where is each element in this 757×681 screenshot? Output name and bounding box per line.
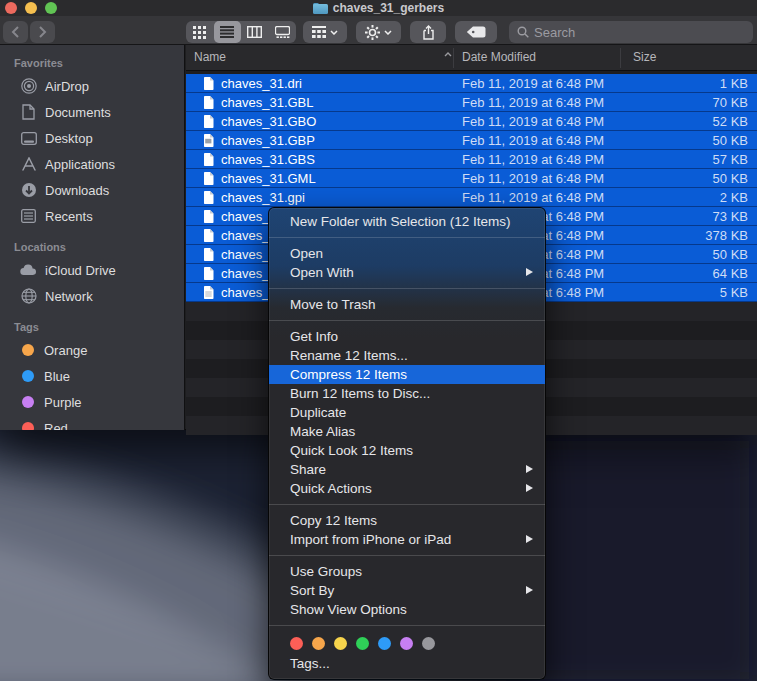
title-bar[interactable]: chaves_31_gerbers bbox=[0, 0, 757, 16]
table-row[interactable]: chaves_31.GBLFeb 11, 2019 at 6:48 PM70 K… bbox=[186, 93, 757, 112]
menu-item-quick-actions[interactable]: Quick Actions bbox=[269, 479, 545, 498]
tag-color-swatch[interactable] bbox=[378, 637, 391, 650]
menu-item-label: Show View Options bbox=[290, 602, 407, 617]
doc-image-icon bbox=[203, 134, 214, 147]
menu-item-import-from-iphone-or-ipad[interactable]: Import from iPhone or iPad bbox=[269, 530, 545, 549]
menu-item-duplicate[interactable]: Duplicate bbox=[269, 403, 545, 422]
list-view-icon bbox=[220, 26, 234, 38]
table-row[interactable]: chaves_31.gpiFeb 11, 2019 at 6:48 PM2 KB bbox=[186, 188, 757, 207]
file-size: 378 KB bbox=[705, 228, 748, 243]
menu-item-show-view-options[interactable]: Show View Options bbox=[269, 600, 545, 619]
menu-item-label: Use Groups bbox=[290, 564, 362, 579]
menu-item-label: Import from iPhone or iPad bbox=[290, 532, 451, 547]
doc-blank-icon bbox=[203, 96, 214, 109]
action-menu-button[interactable] bbox=[356, 21, 401, 43]
column-divider[interactable] bbox=[453, 48, 454, 68]
file-size: 52 KB bbox=[713, 114, 748, 129]
tag-color-swatch[interactable] bbox=[356, 637, 369, 650]
menu-item-sort-by[interactable]: Sort By bbox=[269, 581, 545, 600]
sidebar-item-label: iCloud Drive bbox=[45, 263, 116, 278]
doc-blank-icon bbox=[203, 210, 214, 223]
sidebar-item-airdrop[interactable]: AirDrop bbox=[0, 73, 184, 99]
gear-icon bbox=[365, 25, 380, 40]
back-button[interactable] bbox=[3, 21, 28, 43]
column-header-name[interactable]: Name bbox=[194, 50, 226, 64]
menu-item-tags[interactable]: Tags... bbox=[269, 654, 545, 673]
menu-item-move-to-trash[interactable]: Move to Trash bbox=[269, 295, 545, 314]
list-view-button[interactable] bbox=[214, 21, 242, 43]
menu-item-open-with[interactable]: Open With bbox=[269, 263, 545, 282]
forward-button[interactable] bbox=[30, 21, 55, 43]
file-date: Feb 11, 2019 at 6:48 PM bbox=[462, 133, 604, 148]
file-name: chaves_31.dri bbox=[221, 76, 302, 91]
tag-color-swatch[interactable] bbox=[312, 637, 325, 650]
menu-item-burn-12-items-to-disc[interactable]: Burn 12 Items to Disc... bbox=[269, 384, 545, 403]
sidebar-item-desktop[interactable]: Desktop bbox=[0, 125, 184, 151]
menu-item-label: Move to Trash bbox=[290, 297, 376, 312]
file-size: 70 KB bbox=[713, 95, 748, 110]
icon-view-button[interactable] bbox=[186, 21, 214, 43]
menu-item-quick-look-12-items[interactable]: Quick Look 12 Items bbox=[269, 441, 545, 460]
applications-icon bbox=[20, 156, 37, 173]
recents-icon bbox=[20, 208, 37, 225]
column-header-date-modified[interactable]: Date Modified bbox=[462, 50, 536, 64]
sidebar-item-icloud-drive[interactable]: iCloud Drive bbox=[0, 257, 184, 283]
sidebar-item-orange[interactable]: Orange bbox=[0, 337, 184, 363]
menu-item-copy-12-items[interactable]: Copy 12 Items bbox=[269, 511, 545, 530]
tag-color-swatch[interactable] bbox=[422, 637, 435, 650]
share-icon bbox=[422, 25, 435, 40]
sidebar-item-blue[interactable]: Blue bbox=[0, 363, 184, 389]
forward-icon bbox=[38, 26, 47, 38]
sidebar-item-recents[interactable]: Recents bbox=[0, 203, 184, 229]
column-header-size[interactable]: Size bbox=[633, 50, 656, 64]
sidebar-item-purple[interactable]: Purple bbox=[0, 389, 184, 415]
file-name: chaves_ bbox=[221, 209, 269, 224]
sidebar-item-label: Recents bbox=[45, 209, 93, 224]
menu-item-get-info[interactable]: Get Info bbox=[269, 327, 545, 346]
menu-item-rename-12-items[interactable]: Rename 12 Items... bbox=[269, 346, 545, 365]
table-row[interactable]: chaves_31.GMLFeb 11, 2019 at 6:48 PM50 K… bbox=[186, 169, 757, 188]
search-input[interactable]: Search bbox=[509, 21, 753, 43]
share-button[interactable] bbox=[410, 21, 446, 43]
file-date: Feb 11, 2019 at 6:48 PM bbox=[462, 76, 604, 91]
file-name: chaves_31.GBL bbox=[221, 95, 314, 110]
sidebar-item-label: Network bbox=[45, 289, 93, 304]
menu-item-make-alias[interactable]: Make Alias bbox=[269, 422, 545, 441]
submenu-arrow-icon bbox=[526, 268, 533, 276]
sidebar-item-network[interactable]: Network bbox=[0, 283, 184, 309]
tag-color-swatch[interactable] bbox=[334, 637, 347, 650]
menu-item-compress-12-items[interactable]: Compress 12 Items bbox=[269, 365, 545, 384]
sidebar-item-documents[interactable]: Documents bbox=[0, 99, 184, 125]
column-view-button[interactable] bbox=[241, 21, 269, 43]
menu-item-use-groups[interactable]: Use Groups bbox=[269, 562, 545, 581]
menu-item-open[interactable]: Open bbox=[269, 244, 545, 263]
table-row[interactable]: chaves_31.GBSFeb 11, 2019 at 6:48 PM57 K… bbox=[186, 150, 757, 169]
doc-blank-icon bbox=[203, 267, 214, 280]
tag-button[interactable] bbox=[455, 21, 497, 43]
menu-item-share[interactable]: Share bbox=[269, 460, 545, 479]
menu-separator bbox=[269, 625, 545, 626]
tag-color-swatch[interactable] bbox=[290, 637, 303, 650]
menu-item-new-folder-with-selection-12-items[interactable]: New Folder with Selection (12 Items) bbox=[269, 212, 545, 231]
sidebar-item-label: Blue bbox=[44, 369, 70, 384]
sidebar-item-label: Downloads bbox=[45, 183, 109, 198]
submenu-arrow-icon bbox=[526, 465, 533, 473]
submenu-arrow-icon bbox=[526, 586, 533, 594]
column-divider[interactable] bbox=[620, 48, 621, 68]
sidebar-item-downloads[interactable]: Downloads bbox=[0, 177, 184, 203]
table-row[interactable]: chaves_31.driFeb 11, 2019 at 6:48 PM1 KB bbox=[186, 74, 757, 93]
group-by-button[interactable] bbox=[303, 21, 347, 43]
tag-color-swatch[interactable] bbox=[400, 637, 413, 650]
cloud-icon bbox=[20, 262, 37, 279]
desktop-icon bbox=[20, 130, 37, 147]
doc-blank-icon bbox=[203, 172, 214, 185]
menu-item-label: Open bbox=[290, 246, 323, 261]
gallery-view-button[interactable] bbox=[269, 21, 297, 43]
sidebar-item-red[interactable]: Red bbox=[0, 415, 184, 430]
sidebar-item-applications[interactable]: Applications bbox=[0, 151, 184, 177]
table-row[interactable]: chaves_31.GBOFeb 11, 2019 at 6:48 PM52 K… bbox=[186, 112, 757, 131]
table-row[interactable]: chaves_31.GBPFeb 11, 2019 at 6:48 PM50 K… bbox=[186, 131, 757, 150]
chevron-down-icon bbox=[330, 30, 338, 35]
menu-separator bbox=[269, 320, 545, 321]
file-size: 64 KB bbox=[713, 266, 748, 281]
